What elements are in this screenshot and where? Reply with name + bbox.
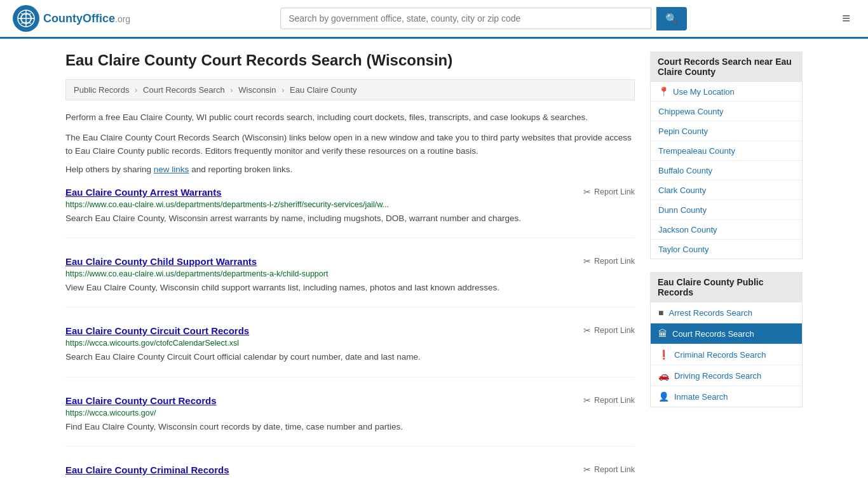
logo-icon xyxy=(13,5,39,32)
result-url[interactable]: https://www.co.eau-claire.wi.us/departme… xyxy=(65,269,635,278)
result-header: Eau Claire County Criminal Records ✂ Rep… xyxy=(65,464,635,475)
content-area: Eau Claire County Court Records Search (… xyxy=(65,51,635,488)
nearby-county-item: Pepin County xyxy=(651,121,802,141)
breadcrumb-court-records[interactable]: Court Records Search xyxy=(143,85,225,95)
report-link[interactable]: ✂ Report Link xyxy=(583,395,635,405)
result-title[interactable]: Eau Claire County Court Records xyxy=(65,395,217,406)
hamburger-icon: ≡ xyxy=(842,10,850,26)
court-icon: 🏛 xyxy=(658,329,667,339)
result-desc: View Eau Claire County, Wisconsin child … xyxy=(65,281,635,294)
result-item: Eau Claire County Arrest Warrants ✂ Repo… xyxy=(65,187,635,238)
search-button[interactable]: 🔍 xyxy=(656,7,687,30)
sidebar-item-criminal-records: ❗ Criminal Records Search xyxy=(651,344,802,365)
result-desc: Search Eau Claire County, Wisconsin arre… xyxy=(65,212,635,225)
driving-records-link[interactable]: 🚗 Driving Records Search xyxy=(651,365,802,386)
help-text: Help others by sharing new links and rep… xyxy=(65,165,635,174)
report-icon: ✂ xyxy=(583,464,591,475)
result-title[interactable]: Eau Claire County Circuit Court Records xyxy=(65,325,249,336)
sidebar-public-records-section: Eau Claire County Public Records ■ Arres… xyxy=(650,272,803,407)
result-url[interactable]: https://wcca.wicourts.gov/ xyxy=(65,409,635,417)
nearby-county-item: Buffalo County xyxy=(651,161,802,180)
result-item: Eau Claire County Child Support Warrants… xyxy=(65,256,635,308)
report-icon: ✂ xyxy=(583,325,591,336)
inmate-search-link[interactable]: 👤 Inmate Search xyxy=(651,386,802,407)
result-item: Eau Claire County Circuit Court Records … xyxy=(65,325,635,377)
menu-icon[interactable]: ≡ xyxy=(837,8,855,29)
report-link[interactable]: ✂ Report Link xyxy=(583,464,635,475)
report-icon: ✂ xyxy=(583,256,591,266)
inmate-icon: 👤 xyxy=(658,391,669,402)
report-link[interactable]: ✂ Report Link xyxy=(583,256,635,266)
result-item: Eau Claire County Court Records ✂ Report… xyxy=(65,395,635,447)
breadcrumb-wisconsin[interactable]: Wisconsin xyxy=(238,85,276,95)
nearby-county-item: Chippewa County xyxy=(651,102,802,121)
description-para2: The Eau Claire County Court Records Sear… xyxy=(65,131,635,158)
breadcrumb-sep3: › xyxy=(281,85,284,95)
nearby-list: 📍 Use My Location Chippewa County Pepin … xyxy=(650,82,803,259)
nearby-county-link[interactable]: Buffalo County xyxy=(658,166,712,175)
breadcrumb-eau-claire[interactable]: Eau Claire County xyxy=(290,85,357,95)
breadcrumb-sep2: › xyxy=(230,85,233,95)
header: CountyOffice.org 🔍 ≡ xyxy=(0,0,868,39)
sidebar-item-driving-records: 🚗 Driving Records Search xyxy=(651,365,802,386)
report-link[interactable]: ✂ Report Link xyxy=(583,325,635,336)
result-url[interactable]: https://wcca.wicourts.gov/ctofcCalendarS… xyxy=(65,339,635,348)
sidebar-public-records-header: Eau Claire County Public Records xyxy=(650,272,803,302)
nearby-county-link[interactable]: Jackson County xyxy=(658,225,717,234)
nearby-county-link[interactable]: Trempealeau County xyxy=(658,146,735,156)
breadcrumb: Public Records › Court Records Search › … xyxy=(65,79,635,100)
court-records-link[interactable]: 🏛 Court Records Search xyxy=(651,323,802,344)
nearby-county-item: Taylor County xyxy=(651,240,802,259)
result-header: Eau Claire County Circuit Court Records … xyxy=(65,325,635,336)
arrest-icon: ■ xyxy=(658,308,663,318)
sidebar-item-arrest-records: ■ Arrest Records Search xyxy=(651,302,802,323)
criminal-icon: ❗ xyxy=(658,349,669,360)
nearby-county-link[interactable]: Chippewa County xyxy=(658,107,724,116)
result-url[interactable]: https://www.co.eau-claire.wi.us/departme… xyxy=(65,200,635,209)
search-icon: 🔍 xyxy=(665,13,678,24)
arrest-records-link[interactable]: ■ Arrest Records Search xyxy=(651,302,802,323)
logo-area[interactable]: CountyOffice.org xyxy=(13,5,130,32)
breadcrumb-sep1: › xyxy=(135,85,137,95)
result-header: Eau Claire County Court Records ✂ Report… xyxy=(65,395,635,406)
report-icon: ✂ xyxy=(583,395,591,405)
result-header: Eau Claire County Arrest Warrants ✂ Repo… xyxy=(65,187,635,198)
nearby-county-link[interactable]: Taylor County xyxy=(658,245,709,254)
nearby-county-item: Jackson County xyxy=(651,220,802,240)
location-pin-icon: 📍 xyxy=(658,86,669,97)
nearby-county-item: Clark County xyxy=(651,180,802,200)
sidebar-nearby-header: Court Records Search near Eau Claire Cou… xyxy=(650,51,803,82)
nearby-county-item: Trempealeau County xyxy=(651,141,802,161)
nearby-county-link[interactable]: Clark County xyxy=(658,186,706,195)
report-link[interactable]: ✂ Report Link xyxy=(583,187,635,197)
results-list: Eau Claire County Arrest Warrants ✂ Repo… xyxy=(65,187,635,488)
public-records-list: ■ Arrest Records Search 🏛 Court Records … xyxy=(650,302,803,407)
sidebar-nearby-section: Court Records Search near Eau Claire Cou… xyxy=(650,51,803,259)
nearby-county-link[interactable]: Dunn County xyxy=(658,205,707,215)
search-area: 🔍 xyxy=(280,7,687,30)
criminal-records-link[interactable]: ❗ Criminal Records Search xyxy=(651,344,802,365)
result-title[interactable]: Eau Claire County Arrest Warrants xyxy=(65,187,222,198)
description-para1: Perform a free Eau Claire County, WI pub… xyxy=(65,111,635,125)
result-desc: Find Eau Claire County, Wisconsin court … xyxy=(65,421,635,433)
driving-icon: 🚗 xyxy=(658,370,669,381)
new-links-link[interactable]: new links xyxy=(154,165,189,174)
nearby-county-link[interactable]: Pepin County xyxy=(658,126,708,136)
sidebar-item-court-records: 🏛 Court Records Search xyxy=(651,323,802,344)
page-title: Eau Claire County Court Records Search (… xyxy=(65,51,635,69)
result-title[interactable]: Eau Claire County Child Support Warrants xyxy=(65,256,257,267)
result-item: Eau Claire County Criminal Records ✂ Rep… xyxy=(65,464,635,488)
use-location-link[interactable]: Use My Location xyxy=(673,87,735,97)
result-desc: Search Eau Claire County Circuit Court o… xyxy=(65,351,635,363)
sidebar-item-inmate-search: 👤 Inmate Search xyxy=(651,386,802,407)
logo-text: CountyOffice.org xyxy=(43,12,130,25)
report-icon: ✂ xyxy=(583,187,591,197)
breadcrumb-public-records[interactable]: Public Records xyxy=(74,85,129,95)
result-title[interactable]: Eau Claire County Criminal Records xyxy=(65,464,229,475)
search-input[interactable] xyxy=(280,8,651,29)
nearby-county-item: Dunn County xyxy=(651,200,802,220)
use-location-item: 📍 Use My Location xyxy=(651,82,802,102)
sidebar: Court Records Search near Eau Claire Cou… xyxy=(650,51,803,488)
result-header: Eau Claire County Child Support Warrants… xyxy=(65,256,635,267)
main-container: Eau Claire County Court Records Search (… xyxy=(53,39,815,488)
